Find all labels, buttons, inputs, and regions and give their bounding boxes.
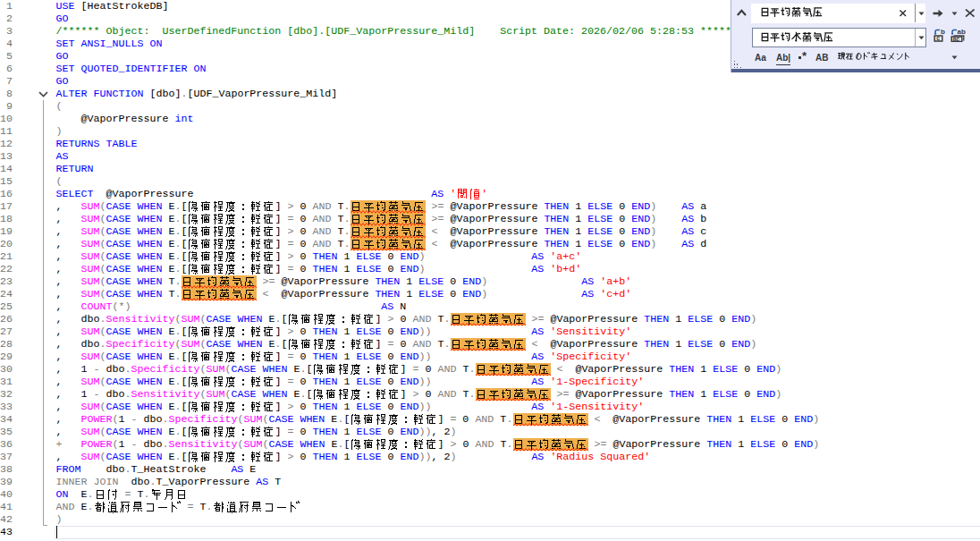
svg-text:ac: ac xyxy=(952,35,959,41)
svg-text:b: b xyxy=(941,28,945,36)
svg-text:c: c xyxy=(936,35,940,41)
